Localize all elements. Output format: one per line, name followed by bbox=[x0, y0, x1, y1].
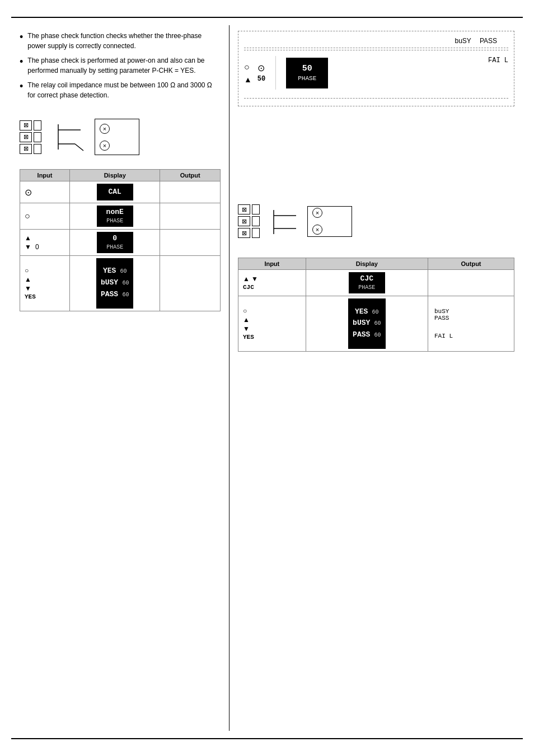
led-right-multi: YES 60 bUSY 60 PASS 60 bbox=[348, 298, 385, 349]
left-table-header-input: Input bbox=[20, 170, 70, 181]
right-arrow-down-1: ▼ bbox=[251, 275, 258, 283]
left-table-cell-display-1: CAL bbox=[70, 181, 160, 203]
right-table-header-display: Display bbox=[306, 258, 428, 270]
right-cross-circle-1 bbox=[312, 208, 322, 218]
right-wire-svg bbox=[268, 207, 299, 235]
right-open-circle-2: ○ bbox=[243, 307, 247, 315]
left-connector-block: ⊠ ⊠ ⊠ bbox=[20, 120, 41, 154]
bullet-text-3: The relay coil impedance must be between… bbox=[27, 80, 221, 100]
bullet-dot-1: • bbox=[20, 32, 23, 42]
right-open-circle: ○ bbox=[244, 62, 250, 72]
right-top-display-row: ○ ▲ ⊙ 50 50 PHASE bbox=[244, 56, 508, 90]
led-yes-sub: 60 bbox=[120, 268, 127, 274]
right-table-cell-output-1 bbox=[428, 270, 514, 296]
conn-box-2: ⊠ bbox=[20, 132, 32, 142]
right-conn-box-1: ⊠ bbox=[238, 204, 250, 214]
led-cal: CAL bbox=[97, 184, 133, 200]
bullet-text-2: The phase check is performed at power‑on… bbox=[27, 55, 221, 76]
led-busy-sub: 60 bbox=[122, 280, 129, 286]
bullet-item-3: • The relay coil impedance must be betwe… bbox=[20, 80, 221, 100]
table-row: ○ ▲ ▼ YES YES 60 bbox=[20, 255, 221, 311]
led-phase-sub-2: PHASE bbox=[106, 217, 123, 225]
sym-dot-circle-1: ⊙ bbox=[25, 188, 32, 197]
table-row: ▲ ▼ CJC CJC PHASE bbox=[238, 270, 514, 296]
left-table-cell-output-3 bbox=[160, 229, 221, 255]
svg-line-3 bbox=[75, 144, 83, 151]
right-connector-block: ⊠ ⊠ ⊠ bbox=[238, 204, 260, 238]
spacer-6 bbox=[238, 185, 514, 190]
output-busy-pass: buSYPASS bbox=[434, 308, 449, 321]
led-cjc-text: CJC bbox=[360, 274, 373, 284]
right-rect-box bbox=[307, 206, 352, 237]
right-output-cell-2: buSYPASS FAI L bbox=[432, 305, 510, 342]
right-table-cell-display-2: YES 60 bUSY 60 PASS 60 bbox=[306, 296, 428, 351]
connector-row-2: ⊠ bbox=[20, 132, 41, 142]
conn-pin-3 bbox=[34, 144, 41, 154]
arrow-up-icon-3: ▲ bbox=[25, 234, 31, 242]
right-conn-pin-3 bbox=[252, 228, 260, 238]
led-right-pass: PASS 60 bbox=[353, 330, 381, 340]
conn-box-1: ⊠ bbox=[20, 120, 32, 130]
led-50-value: 50 bbox=[302, 63, 312, 74]
right-cross-circle-2 bbox=[312, 225, 322, 235]
right-table-header-output: Output bbox=[428, 258, 514, 270]
status-busy-label: buSY bbox=[455, 37, 471, 45]
led-right-pass-text: PASS bbox=[353, 330, 370, 339]
table-row: ○ ▲ ▼ YES YES bbox=[238, 296, 514, 351]
conn-pin-2 bbox=[34, 132, 41, 142]
led-busy-line: bUSY 60 bbox=[101, 278, 129, 288]
spacer-2 bbox=[238, 129, 514, 134]
sym-row-down-3: ▼ 0 bbox=[25, 243, 39, 251]
divider-3 bbox=[244, 98, 508, 99]
led-yes-line: YES 60 bbox=[103, 267, 127, 276]
right-arrow-up: ▲ bbox=[244, 75, 252, 84]
right-dot-circle-row: ⊙ 50 bbox=[257, 63, 265, 83]
led-right-yes: YES 60 bbox=[355, 307, 379, 317]
right-conn-row-3: ⊠ bbox=[238, 228, 260, 238]
left-table-cell-input-1: ⊙ bbox=[20, 181, 70, 203]
bullet-dot-2: • bbox=[20, 57, 23, 67]
led-right-busy-text: bUSY bbox=[353, 319, 370, 327]
bullet-item-1: • The phase check function checks whethe… bbox=[20, 31, 221, 51]
right-cell-sym-2: ○ ▲ ▼ YES bbox=[243, 307, 302, 340]
table-row: ○ nonE PHASE bbox=[20, 203, 221, 230]
sym-open-circle-2: ○ bbox=[25, 211, 30, 221]
right-input-label: 50 bbox=[257, 75, 265, 83]
led-pass-line: PASS 60 bbox=[101, 290, 129, 300]
right-table-section: Input Display Output ▲ ▼ bbox=[238, 255, 514, 352]
cell-sym-4: ○ ▲ ▼ YES bbox=[25, 267, 66, 300]
right-dot-circle: ⊙ bbox=[257, 63, 265, 73]
led-busy-text: bUSY bbox=[101, 278, 118, 287]
right-table-header-input: Input bbox=[238, 258, 306, 270]
left-table-header-display: Display bbox=[70, 170, 160, 181]
left-table-cell-input-2: ○ bbox=[20, 203, 70, 230]
led-50-phase: 50 PHASE bbox=[286, 58, 328, 88]
led-cjc-phase: CJC PHASE bbox=[349, 272, 385, 293]
right-input-syms: ○ ▲ bbox=[244, 62, 252, 84]
left-table-cell-display-4: YES 60 bUSY 60 PASS 60 bbox=[70, 255, 160, 311]
left-rect-box bbox=[95, 119, 139, 155]
right-conn-row-1: ⊠ bbox=[238, 204, 260, 214]
led-0-phase: 0 PHASE bbox=[97, 232, 133, 253]
bullet-text-1: The phase check function checks whether … bbox=[27, 31, 221, 51]
connector-row-1: ⊠ bbox=[20, 120, 41, 130]
right-arrow-up-2: ▲ bbox=[243, 316, 250, 324]
right-conn-pin-2 bbox=[252, 216, 260, 226]
led-right-pass-sub: 60 bbox=[374, 332, 381, 338]
left-table-cell-output-1 bbox=[160, 181, 221, 203]
vertical-divider bbox=[275, 56, 276, 90]
left-table-cell-input-3: ▲ ▼ 0 bbox=[20, 229, 70, 255]
left-table-cell-output-2 bbox=[160, 203, 221, 230]
right-arrow-up-1: ▲ bbox=[243, 275, 250, 283]
right-input-label-1: CJC bbox=[243, 284, 254, 291]
spacer-3 bbox=[238, 143, 514, 148]
led-right-yes-sub: 60 bbox=[372, 309, 379, 315]
spacer-1 bbox=[238, 115, 514, 120]
input-label-3: 0 bbox=[35, 243, 39, 251]
led-0-text: 0 bbox=[113, 234, 117, 244]
bullet-section: • The phase check function checks whethe… bbox=[20, 31, 221, 105]
right-table-cell-output-2: buSYPASS FAI L bbox=[428, 296, 514, 351]
top-border bbox=[11, 17, 523, 18]
led-50-phase-text: PHASE bbox=[298, 74, 316, 82]
cross-circle-2 bbox=[100, 141, 110, 151]
